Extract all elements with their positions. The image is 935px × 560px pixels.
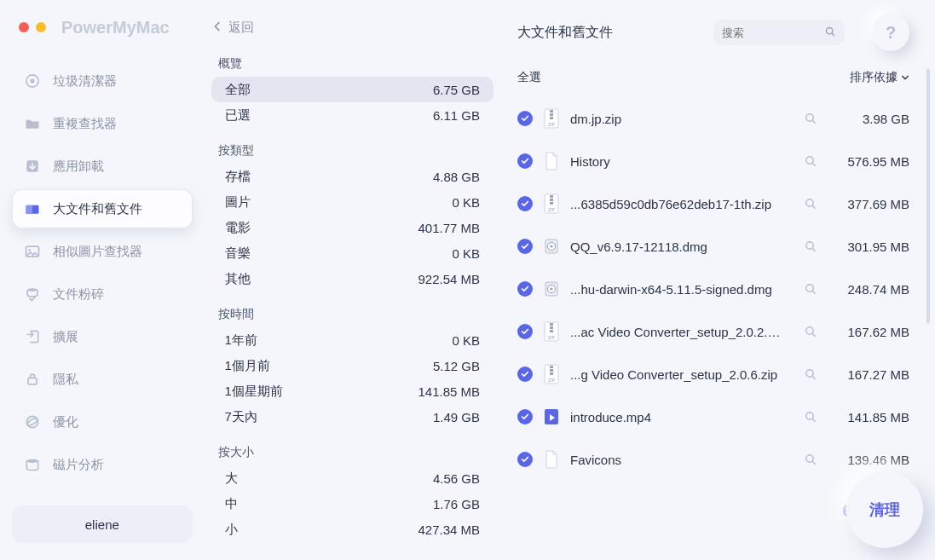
sidebar-item-7[interactable]: 隱私 [12,360,193,399]
svg-rect-35 [550,323,553,326]
nav-label: 隱私 [53,372,78,388]
back-button[interactable]: 返回 [211,15,493,39]
row-label: 音樂 [225,245,251,262]
category-row[interactable]: 大4.56 GB [211,465,493,491]
scrollbar[interactable] [926,68,930,324]
checkbox[interactable] [517,153,533,169]
checkbox[interactable] [517,111,533,126]
category-group: 按類型存檔4.88 GB圖片0 KB電影401.77 MB音樂0 KB其他922… [211,136,493,292]
row-value: 6.11 GB [433,108,480,123]
checkbox[interactable] [517,409,533,424]
row-label: 其他 [225,271,251,287]
row-value: 141.85 MB [418,384,480,399]
svg-point-28 [550,245,552,247]
category-row[interactable]: 1年前0 KB [211,327,493,353]
category-row[interactable]: 存檔4.88 GB [211,164,493,189]
category-row[interactable]: 1個星期前141.85 MB [211,378,493,404]
user-chip[interactable]: eliene [12,505,193,543]
checkbox[interactable] [517,281,533,297]
svg-rect-4 [26,205,33,214]
file-row[interactable]: ZIP...g Video Converter_setup_2.0.6.zip1… [517,353,909,395]
nav-icon [24,158,41,175]
svg-text:ZIP: ZIP [548,335,555,340]
file-size: 167.62 MB [828,325,909,339]
file-row[interactable]: ...hu-darwin-x64-5.11.5-signed.dmg248.74… [517,268,909,310]
file-row[interactable]: History576.95 MB [517,140,909,182]
close-window-button[interactable] [19,22,29,32]
category-row[interactable]: 全部6.75 GB [211,77,493,102]
file-panel: 大文件和舊文件 ? 全選 排序依據 ZIPdm.jp.zip3.98 GBHis… [511,0,935,560]
file-row[interactable]: ZIPdm.jp.zip3.98 GB [517,97,909,140]
group-title: 按類型 [211,136,493,164]
nav-icon [24,286,41,303]
category-row[interactable]: 7天內1.49 GB [211,404,493,430]
reveal-in-finder-icon[interactable] [804,410,817,424]
sidebar: PowerMyMac 垃圾清潔器重複查找器應用卸載大文件和舊文件相似圖片查找器文… [0,0,203,560]
checkbox[interactable] [517,239,533,254]
row-label: 1年前 [225,332,257,349]
file-row[interactable]: introduce.mp4141.85 MB [517,395,909,438]
file-type-icon: ZIP [543,321,560,342]
reveal-in-finder-icon[interactable] [804,367,817,381]
sidebar-nav: 垃圾清潔器重複查找器應用卸載大文件和舊文件相似圖片查找器文件粉碎擴展隱私優化磁片… [12,61,193,505]
row-value: 0 KB [452,333,480,348]
page-title: 大文件和舊文件 [517,24,613,42]
select-all[interactable]: 全選 [517,70,541,85]
row-value: 5.12 GB [433,359,480,373]
row-label: 電影 [225,220,251,236]
checkbox[interactable] [517,452,533,467]
sidebar-item-6[interactable]: 擴展 [12,317,193,356]
search-input[interactable] [722,26,817,39]
reveal-in-finder-icon[interactable] [804,154,817,168]
window-controls: PowerMyMac [12,17,193,38]
sidebar-item-4[interactable]: 相似圖片查找器 [12,232,193,271]
category-row[interactable]: 小427.34 MB [211,517,493,542]
category-row[interactable]: 圖片0 KB [211,189,493,215]
search-field[interactable] [713,20,845,45]
reveal-in-finder-icon[interactable] [804,282,817,296]
sort-dropdown[interactable]: 排序依據 [850,70,909,85]
reveal-in-finder-icon[interactable] [804,197,817,211]
nav-icon [24,200,41,217]
sidebar-item-2[interactable]: 應用卸載 [12,147,193,186]
category-row[interactable]: 中1.76 GB [211,491,493,517]
checkbox[interactable] [517,324,533,339]
minimize-window-button[interactable] [36,22,46,32]
sidebar-item-1[interactable]: 重複查找器 [12,104,193,143]
file-size: 576.95 MB [828,154,909,169]
file-row[interactable]: Favicons139.46 MB [517,438,909,476]
row-label: 全部 [225,82,251,98]
help-button[interactable]: ? [872,14,909,51]
nav-label: 優化 [53,414,78,430]
sidebar-item-5[interactable]: 文件粉碎 [12,274,193,314]
svg-point-1 [31,79,35,84]
file-row[interactable]: ZIP...ac Video Converter_setup_2.0.2.zip… [517,310,909,353]
sidebar-item-9[interactable]: 磁片分析 [12,445,193,484]
checkbox[interactable] [517,196,533,211]
nav-label: 垃圾清潔器 [53,73,117,89]
reveal-in-finder-icon[interactable] [804,325,817,338]
file-size: 167.27 MB [828,367,909,382]
back-label: 返回 [228,20,254,36]
clean-button[interactable]: 清理 [846,471,923,548]
row-label: 圖片 [225,194,251,211]
category-row[interactable]: 音樂0 KB [211,240,493,266]
category-row[interactable]: 已選6.11 GB [211,102,493,128]
category-row[interactable]: 其他922.54 MB [211,266,493,292]
sidebar-item-3[interactable]: 大文件和舊文件 [12,189,193,228]
category-row[interactable]: 1個月前5.12 GB [211,353,493,378]
reveal-in-finder-icon[interactable] [804,112,817,125]
row-value: 401.77 MB [418,221,480,235]
checkbox[interactable] [517,367,533,382]
category-panel: 返回 概覽全部6.75 GB已選6.11 GB按類型存檔4.88 GB圖片0 K… [203,0,511,560]
sidebar-item-8[interactable]: 優化 [12,402,193,442]
svg-rect-36 [550,326,553,329]
sidebar-item-0[interactable]: 垃圾清潔器 [12,61,193,101]
file-row[interactable]: ZIP...6385d59c0db76e62deb17-1th.zip377.6… [517,182,909,225]
reveal-in-finder-icon[interactable] [804,240,817,253]
nav-label: 大文件和舊文件 [53,201,142,217]
file-row[interactable]: QQ_v6.9.17-12118.dmg301.95 MB [517,225,909,268]
svg-rect-21 [550,195,553,198]
category-row[interactable]: 電影401.77 MB [211,215,493,240]
reveal-in-finder-icon[interactable] [804,453,817,466]
